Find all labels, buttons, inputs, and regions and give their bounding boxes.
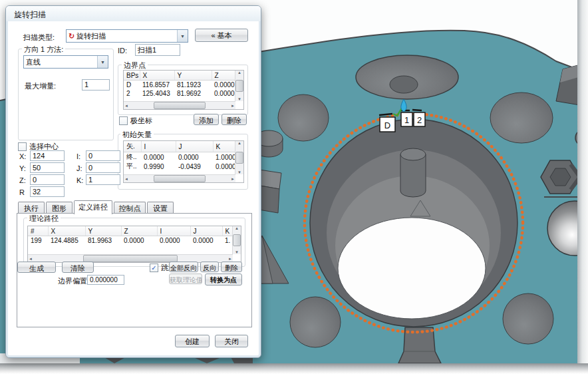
scroll-down-icon[interactable]: ▼ xyxy=(237,97,241,101)
x-field[interactable]: 124 xyxy=(30,150,65,161)
table-row[interactable]: 终.. 0.0000 0.0000 1.0000 xyxy=(124,152,235,162)
cell[interactable]: 199 xyxy=(28,236,48,246)
checkbox-box[interactable] xyxy=(119,116,128,125)
scroll-right-icon[interactable]: ► xyxy=(228,257,232,261)
column-header[interactable]: Z xyxy=(212,71,235,81)
boundary-points-table[interactable]: BPs X Y Z D 116.8557 81.1923 0.0000 2 12… xyxy=(123,70,244,110)
table-row[interactable]: 2 125.4043 81.9692 0.0000 xyxy=(124,89,235,98)
scroll-down-icon[interactable]: ▼ xyxy=(237,170,241,174)
scrollbar-thumb[interactable] xyxy=(233,234,241,246)
scan-type-combo[interactable]: ↻ 旋转扫描 ▼ xyxy=(66,29,188,43)
scroll-left-icon[interactable]: ◄ xyxy=(29,257,33,261)
table-row[interactable]: 199 124.4885 81.9963 0.0000 0.0000 0.000… xyxy=(28,236,234,246)
i-field[interactable]: 0 xyxy=(86,150,120,161)
r-field[interactable]: 32 xyxy=(30,186,65,197)
convert-to-points-button[interactable]: 转换为点 xyxy=(205,274,242,285)
theoretical-path-table[interactable]: # X Y Z I J K 199 124.4885 81.9963 0.000… xyxy=(27,226,241,263)
cell[interactable]: D xyxy=(124,81,140,90)
scroll-up-icon[interactable]: ▲ xyxy=(237,141,241,145)
scroll-down-icon[interactable]: ▼ xyxy=(235,250,239,254)
reverse-all-button[interactable]: 全部反向 xyxy=(169,262,198,272)
column-header[interactable]: J xyxy=(190,226,222,236)
cell[interactable]: 终.. xyxy=(124,152,141,162)
cell[interactable]: -0.0439 xyxy=(176,162,213,171)
j-field[interactable]: 0 xyxy=(86,162,120,173)
checkbox-checked-icon[interactable]: ✓ xyxy=(150,264,158,272)
boundary-offset-field[interactable]: 0.000000 xyxy=(87,275,124,285)
scrollbar-thumb[interactable] xyxy=(154,175,206,182)
column-header[interactable]: Y xyxy=(174,71,212,81)
cell[interactable]: 0.0000 xyxy=(176,152,213,162)
cell[interactable]: 0.0000 xyxy=(190,236,222,246)
column-header[interactable]: K xyxy=(213,141,235,152)
y-field[interactable]: 50 xyxy=(30,162,65,173)
z-field[interactable]: 0 xyxy=(30,174,65,185)
scrollbar-thumb[interactable] xyxy=(235,80,243,92)
max-increment-field[interactable]: 1 xyxy=(82,79,110,91)
create-button[interactable]: 创建 xyxy=(175,335,210,347)
marker-label-2[interactable]: 2 xyxy=(414,112,425,126)
delete-button[interactable]: 删除 xyxy=(221,114,247,125)
column-header[interactable]: # xyxy=(28,226,48,236)
cell[interactable]: 1.0000 xyxy=(213,152,235,162)
cell[interactable]: 2 xyxy=(124,89,140,98)
horizontal-scrollbar[interactable]: ◄ ► xyxy=(124,101,235,109)
column-header[interactable]: I xyxy=(141,141,176,152)
cell[interactable]: 81.9963 xyxy=(85,236,121,246)
scrollbar-thumb[interactable] xyxy=(83,255,178,262)
initial-vector-table[interactable]: 矢. I J K 终.. 0.0000 0.0000 1.0000 平.. 0.… xyxy=(123,140,244,183)
add-button[interactable]: 添加 xyxy=(194,114,219,125)
vertical-scrollbar[interactable]: ▲ ▼ xyxy=(232,226,241,254)
column-header[interactable]: BPs xyxy=(124,71,140,81)
cell[interactable]: 0.0000 xyxy=(212,81,235,90)
column-header[interactable]: Z xyxy=(121,226,157,236)
basic-toggle-button[interactable]: « 基本 xyxy=(195,29,248,42)
clear-button[interactable]: 清除 xyxy=(62,262,94,273)
checkbox-box[interactable] xyxy=(18,142,27,151)
vertical-scrollbar[interactable]: ▲ ▼ xyxy=(235,141,243,174)
chevron-down-icon[interactable]: ▼ xyxy=(97,56,108,68)
column-header[interactable]: I xyxy=(157,226,190,236)
delete-path-button[interactable]: 删除 xyxy=(221,262,242,272)
dialog-title[interactable]: 旋转扫描 xyxy=(6,6,261,21)
cell[interactable]: 81.1923 xyxy=(174,81,212,90)
tab-settings[interactable]: 设置 xyxy=(147,202,174,214)
close-button[interactable]: 关闭 xyxy=(215,335,248,347)
cell[interactable]: 125.4043 xyxy=(140,89,174,98)
cell[interactable]: 116.8557 xyxy=(140,81,174,90)
cell[interactable]: 0.0000 xyxy=(141,152,176,162)
tab-graphics[interactable]: 图形 xyxy=(46,202,73,214)
reverse-button[interactable]: 反向 xyxy=(200,262,219,272)
scrollbar-thumb[interactable] xyxy=(154,102,206,109)
generate-button[interactable]: 生成 xyxy=(17,262,56,273)
cell[interactable]: 0.0000 xyxy=(157,236,190,246)
scroll-right-icon[interactable]: ► xyxy=(231,104,235,108)
scrollbar-thumb[interactable] xyxy=(235,152,243,164)
scroll-left-icon[interactable]: ◄ xyxy=(124,104,128,108)
vertical-scrollbar[interactable]: ▲ ▼ xyxy=(235,71,243,101)
cell[interactable]: 0.0000 xyxy=(213,162,235,171)
scroll-left-icon[interactable]: ◄ xyxy=(124,177,128,181)
column-header[interactable]: J xyxy=(176,141,213,152)
chevron-down-icon[interactable]: ▼ xyxy=(177,30,188,42)
cell[interactable]: 0.9990 xyxy=(141,162,176,171)
cell[interactable]: 124.4885 xyxy=(48,236,85,246)
horizontal-scrollbar[interactable]: ◄ ► xyxy=(124,174,235,182)
column-header[interactable]: Y xyxy=(85,226,121,236)
cell[interactable]: 81.9692 xyxy=(174,89,212,98)
tab-define-path[interactable]: 定义路径 xyxy=(74,200,112,214)
cell[interactable]: 0.0000 xyxy=(212,89,235,98)
marker-label-d[interactable]: D xyxy=(380,117,395,132)
polar-coordinates-checkbox[interactable]: 极坐标 xyxy=(119,116,152,126)
column-header[interactable]: 矢. xyxy=(124,141,141,152)
column-header[interactable]: X xyxy=(48,226,85,236)
column-header[interactable]: X xyxy=(140,71,174,81)
k-field[interactable]: 1 xyxy=(86,174,120,185)
scroll-up-icon[interactable]: ▲ xyxy=(235,226,239,230)
table-row[interactable]: D 116.8557 81.1923 0.0000 xyxy=(124,81,235,90)
direction-method-combo[interactable]: 直线 ▼ xyxy=(23,55,108,69)
cell[interactable]: 平.. xyxy=(124,162,141,171)
tab-control-points[interactable]: 控制点 xyxy=(114,202,146,214)
tab-execute[interactable]: 执行 xyxy=(18,202,45,214)
scroll-up-icon[interactable]: ▲ xyxy=(237,71,241,75)
